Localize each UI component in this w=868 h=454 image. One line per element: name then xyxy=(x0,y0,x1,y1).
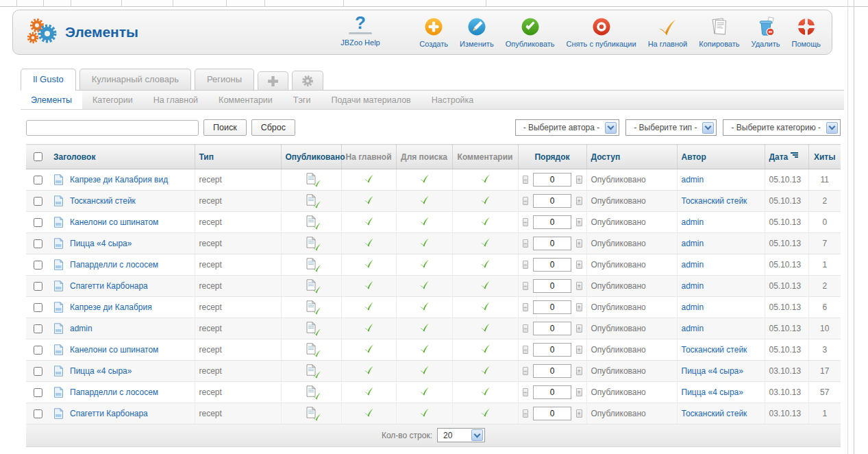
item-title-link[interactable]: Капрезе ди Калабрия xyxy=(70,302,152,312)
published-toggle[interactable] xyxy=(305,173,317,186)
order-decrease-button[interactable]: − xyxy=(523,218,529,226)
rows-limit-select[interactable]: 20 xyxy=(437,428,485,442)
row-checkbox[interactable] xyxy=(34,409,42,418)
searchable-check-icon[interactable] xyxy=(419,237,430,248)
reset-button[interactable]: Сброс xyxy=(251,119,295,136)
header-access[interactable]: Доступ xyxy=(586,145,677,169)
order-decrease-button[interactable]: − xyxy=(523,303,529,311)
published-toggle[interactable] xyxy=(305,194,317,207)
comments-check-icon[interactable] xyxy=(480,386,491,396)
item-author-link[interactable]: admin xyxy=(682,260,704,270)
published-toggle[interactable] xyxy=(305,300,317,313)
order-input[interactable] xyxy=(533,237,571,250)
order-increase-button[interactable]: + xyxy=(576,239,582,248)
searchable-check-icon[interactable] xyxy=(419,344,430,354)
order-increase-button[interactable]: + xyxy=(576,324,582,333)
subtab-tags[interactable]: Тэги xyxy=(283,91,321,109)
frontpage-check-icon[interactable] xyxy=(364,344,374,354)
subtab-comments[interactable]: Комментарии xyxy=(208,91,283,109)
header-type[interactable]: Тип xyxy=(195,145,281,169)
subtab-categories[interactable]: Категории xyxy=(82,91,143,109)
order-input[interactable] xyxy=(533,343,571,357)
item-title-link[interactable]: Тосканский стейк xyxy=(70,196,136,206)
comments-check-icon[interactable] xyxy=(480,407,491,418)
item-title-link[interactable]: admin xyxy=(70,324,92,333)
frontpage-check-icon[interactable] xyxy=(364,386,374,396)
row-checkbox[interactable] xyxy=(34,282,42,291)
row-checkbox[interactable] xyxy=(34,388,42,397)
order-input[interactable] xyxy=(533,194,571,208)
item-title-link[interactable]: Капрезе ди Калабрия вид xyxy=(70,175,168,184)
create-button[interactable]: Создать xyxy=(419,16,448,48)
item-author-link[interactable]: admin xyxy=(682,302,704,312)
header-published[interactable]: Опубликовано xyxy=(281,145,341,169)
order-increase-button[interactable]: + xyxy=(576,303,582,311)
order-increase-button[interactable]: + xyxy=(576,409,582,418)
published-toggle[interactable] xyxy=(305,279,317,292)
order-input[interactable] xyxy=(533,279,571,293)
item-title-link[interactable]: Канелони со шпинатом xyxy=(70,217,158,227)
order-input[interactable] xyxy=(533,322,571,335)
publish-button[interactable]: Опубликовать xyxy=(506,16,555,48)
row-checkbox[interactable] xyxy=(34,261,42,270)
item-title-link[interactable]: Канелони со шпинатом xyxy=(70,345,158,355)
searchable-check-icon[interactable] xyxy=(419,195,430,205)
tab-il-gusto[interactable]: Il Gusto xyxy=(21,69,76,90)
item-author-link[interactable]: admin xyxy=(682,239,704,248)
item-title-link[interactable]: Папарделли с лососем xyxy=(70,260,158,270)
app-settings-tab[interactable] xyxy=(292,71,323,90)
order-input[interactable] xyxy=(533,300,571,314)
order-input[interactable] xyxy=(533,385,571,399)
subtab-submissions[interactable]: Подачи материалов xyxy=(321,91,421,109)
published-toggle[interactable] xyxy=(305,343,317,356)
item-author-link[interactable]: admin xyxy=(682,324,704,333)
comments-check-icon[interactable] xyxy=(480,301,491,311)
item-title-link[interactable]: Пицца «4 сыра» xyxy=(70,366,132,376)
order-increase-button[interactable]: + xyxy=(576,197,582,205)
order-decrease-button[interactable]: − xyxy=(523,346,529,354)
order-decrease-button[interactable]: − xyxy=(523,176,529,184)
order-input[interactable] xyxy=(533,364,571,378)
order-decrease-button[interactable]: − xyxy=(523,367,529,375)
order-increase-button[interactable]: + xyxy=(576,261,582,269)
order-increase-button[interactable]: + xyxy=(576,388,582,396)
comments-check-icon[interactable] xyxy=(480,344,491,354)
row-checkbox[interactable] xyxy=(34,346,42,355)
comments-check-icon[interactable] xyxy=(480,174,491,184)
searchable-check-icon[interactable] xyxy=(419,174,430,184)
published-toggle[interactable] xyxy=(305,258,317,271)
row-checkbox[interactable] xyxy=(34,239,42,248)
header-order[interactable]: Порядок xyxy=(518,145,586,169)
frontpage-check-icon[interactable] xyxy=(364,259,374,269)
frontpage-check-icon[interactable] xyxy=(364,301,374,311)
item-title-link[interactable]: Спагетти Карбонара xyxy=(70,409,148,418)
order-decrease-button[interactable]: − xyxy=(523,197,529,205)
edit-button[interactable]: Изменить xyxy=(460,16,494,48)
searchable-check-icon[interactable] xyxy=(419,322,430,333)
delete-button[interactable]: Удалить xyxy=(752,16,780,48)
frontpage-check-icon[interactable] xyxy=(364,195,374,205)
item-title-link[interactable]: Папарделли с лососем xyxy=(70,387,158,397)
subtab-frontpage[interactable]: На главной xyxy=(143,91,208,109)
tab-culinary-dictionary[interactable]: Кулинарный словарь xyxy=(79,69,191,90)
add-app-tab[interactable] xyxy=(258,71,288,90)
order-increase-button[interactable]: + xyxy=(576,346,582,354)
item-author-link[interactable]: Тосканский стейк xyxy=(682,345,747,355)
row-checkbox[interactable] xyxy=(34,176,42,184)
comments-check-icon[interactable] xyxy=(480,237,491,248)
row-checkbox[interactable] xyxy=(34,197,42,206)
subtab-settings[interactable]: Настройка xyxy=(421,91,484,109)
published-toggle[interactable] xyxy=(305,385,317,398)
item-author-link[interactable]: admin xyxy=(682,281,704,291)
order-decrease-button[interactable]: − xyxy=(523,282,529,290)
order-decrease-button[interactable]: − xyxy=(523,388,529,396)
searchable-check-icon[interactable] xyxy=(419,365,430,375)
frontpage-check-icon[interactable] xyxy=(364,322,374,333)
author-filter-select[interactable]: - Выберите автора - xyxy=(515,119,620,136)
order-decrease-button[interactable]: − xyxy=(523,261,529,269)
item-author-link[interactable]: Тосканский стейк xyxy=(682,196,747,206)
item-title-link[interactable]: Спагетти Карбонара xyxy=(70,281,148,291)
published-toggle[interactable] xyxy=(305,215,317,228)
frontpage-check-icon[interactable] xyxy=(364,216,374,226)
row-checkbox[interactable] xyxy=(34,324,42,333)
